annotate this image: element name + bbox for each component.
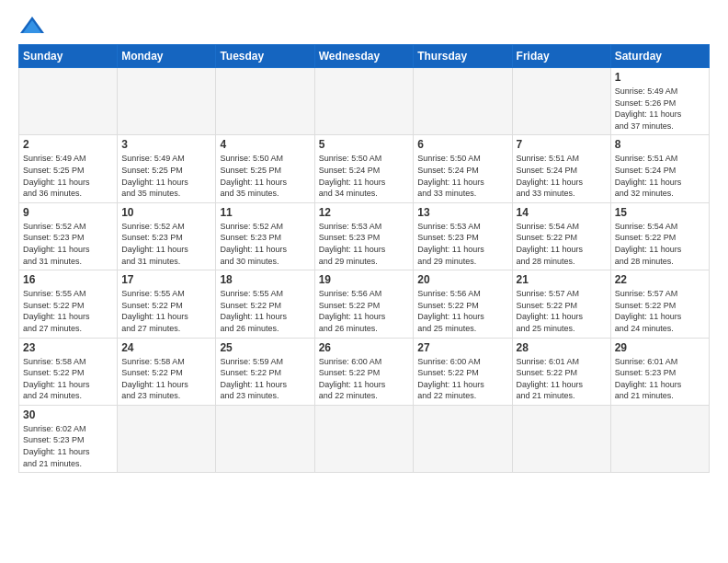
day-info: Sunrise: 5:57 AM Sunset: 5:22 PM Dayligh… (517, 288, 607, 334)
day-cell: 13Sunrise: 5:53 AM Sunset: 5:23 PM Dayli… (414, 202, 512, 270)
day-header-wednesday: Wednesday (314, 45, 414, 68)
day-number: 21 (517, 273, 607, 286)
day-cell: 2Sunrise: 5:49 AM Sunset: 5:25 PM Daylig… (19, 135, 118, 202)
day-number: 29 (615, 341, 705, 354)
day-cell: 27Sunrise: 6:00 AM Sunset: 5:22 PM Dayli… (414, 338, 512, 405)
day-header-saturday: Saturday (610, 45, 709, 68)
day-info: Sunrise: 6:01 AM Sunset: 5:23 PM Dayligh… (615, 356, 705, 402)
day-number: 4 (220, 138, 310, 151)
day-cell (314, 68, 414, 135)
day-cell: 6Sunrise: 5:50 AM Sunset: 5:24 PM Daylig… (414, 135, 512, 202)
week-row-1: 2Sunrise: 5:49 AM Sunset: 5:25 PM Daylig… (19, 135, 710, 202)
week-row-4: 23Sunrise: 5:58 AM Sunset: 5:22 PM Dayli… (19, 338, 710, 405)
day-cell: 22Sunrise: 5:57 AM Sunset: 5:22 PM Dayli… (610, 270, 709, 338)
day-cell (512, 405, 610, 472)
day-info: Sunrise: 6:00 AM Sunset: 5:22 PM Dayligh… (319, 356, 410, 402)
logo-icon (18, 15, 46, 37)
day-number: 3 (121, 138, 211, 151)
day-number: 16 (23, 273, 113, 286)
day-cell: 8Sunrise: 5:51 AM Sunset: 5:24 PM Daylig… (610, 135, 709, 202)
day-number: 26 (319, 341, 410, 354)
day-cell: 20Sunrise: 5:56 AM Sunset: 5:22 PM Dayli… (414, 270, 512, 338)
day-cell (216, 405, 314, 472)
day-info: Sunrise: 5:52 AM Sunset: 5:23 PM Dayligh… (220, 221, 310, 267)
day-number: 23 (23, 341, 113, 354)
day-info: Sunrise: 5:51 AM Sunset: 5:24 PM Dayligh… (517, 153, 607, 199)
day-number: 7 (517, 138, 607, 151)
day-info: Sunrise: 5:54 AM Sunset: 5:22 PM Dayligh… (615, 221, 705, 267)
day-cell: 9Sunrise: 5:52 AM Sunset: 5:23 PM Daylig… (19, 202, 118, 270)
day-cell: 18Sunrise: 5:55 AM Sunset: 5:22 PM Dayli… (216, 270, 314, 338)
day-cell: 10Sunrise: 5:52 AM Sunset: 5:23 PM Dayli… (118, 202, 216, 270)
day-cell: 24Sunrise: 5:58 AM Sunset: 5:22 PM Dayli… (118, 338, 216, 405)
day-number: 11 (220, 206, 310, 219)
day-cell: 17Sunrise: 5:55 AM Sunset: 5:22 PM Dayli… (118, 270, 216, 338)
day-cell: 3Sunrise: 5:49 AM Sunset: 5:25 PM Daylig… (118, 135, 216, 202)
day-number: 12 (319, 206, 410, 219)
day-cell: 29Sunrise: 6:01 AM Sunset: 5:23 PM Dayli… (610, 338, 709, 405)
day-number: 30 (23, 408, 113, 421)
day-cell (512, 68, 610, 135)
day-info: Sunrise: 5:49 AM Sunset: 5:26 PM Dayligh… (615, 86, 705, 132)
day-cell (414, 405, 512, 472)
calendar: SundayMondayTuesdayWednesdayThursdayFrid… (18, 44, 710, 473)
week-row-2: 9Sunrise: 5:52 AM Sunset: 5:23 PM Daylig… (19, 202, 710, 270)
day-info: Sunrise: 6:02 AM Sunset: 5:23 PM Dayligh… (23, 423, 113, 469)
day-cell (118, 405, 216, 472)
day-number: 6 (417, 138, 507, 151)
day-number: 10 (121, 206, 211, 219)
day-number: 20 (417, 273, 507, 286)
day-cell (314, 405, 414, 472)
week-row-3: 16Sunrise: 5:55 AM Sunset: 5:22 PM Dayli… (19, 270, 710, 338)
day-info: Sunrise: 5:49 AM Sunset: 5:25 PM Dayligh… (23, 153, 113, 199)
week-row-0: 1Sunrise: 5:49 AM Sunset: 5:26 PM Daylig… (19, 68, 710, 135)
day-info: Sunrise: 5:59 AM Sunset: 5:22 PM Dayligh… (220, 356, 310, 402)
day-number: 2 (23, 138, 113, 151)
day-info: Sunrise: 5:55 AM Sunset: 5:22 PM Dayligh… (220, 288, 310, 334)
day-cell: 16Sunrise: 5:55 AM Sunset: 5:22 PM Dayli… (19, 270, 118, 338)
day-cell: 15Sunrise: 5:54 AM Sunset: 5:22 PM Dayli… (610, 202, 709, 270)
day-info: Sunrise: 5:57 AM Sunset: 5:22 PM Dayligh… (615, 288, 705, 334)
day-number: 24 (121, 341, 211, 354)
day-cell (216, 68, 314, 135)
day-cell: 21Sunrise: 5:57 AM Sunset: 5:22 PM Dayli… (512, 270, 610, 338)
day-number: 18 (220, 273, 310, 286)
day-info: Sunrise: 5:58 AM Sunset: 5:22 PM Dayligh… (23, 356, 113, 402)
day-cell: 7Sunrise: 5:51 AM Sunset: 5:24 PM Daylig… (512, 135, 610, 202)
day-info: Sunrise: 6:01 AM Sunset: 5:22 PM Dayligh… (517, 356, 607, 402)
logo (18, 15, 50, 37)
day-number: 15 (615, 206, 705, 219)
day-info: Sunrise: 5:56 AM Sunset: 5:22 PM Dayligh… (417, 288, 507, 334)
day-info: Sunrise: 5:58 AM Sunset: 5:22 PM Dayligh… (121, 356, 211, 402)
day-number: 8 (615, 138, 705, 151)
day-info: Sunrise: 5:50 AM Sunset: 5:25 PM Dayligh… (220, 153, 310, 199)
day-number: 27 (417, 341, 507, 354)
day-info: Sunrise: 5:56 AM Sunset: 5:22 PM Dayligh… (319, 288, 410, 334)
day-info: Sunrise: 5:49 AM Sunset: 5:25 PM Dayligh… (121, 153, 211, 199)
day-number: 17 (121, 273, 211, 286)
day-header-thursday: Thursday (414, 45, 512, 68)
day-cell (19, 68, 118, 135)
day-number: 19 (319, 273, 410, 286)
header-row: SundayMondayTuesdayWednesdayThursdayFrid… (19, 45, 710, 68)
day-cell: 25Sunrise: 5:59 AM Sunset: 5:22 PM Dayli… (216, 338, 314, 405)
day-number: 14 (517, 206, 607, 219)
page: SundayMondayTuesdayWednesdayThursdayFrid… (0, 0, 728, 482)
day-header-tuesday: Tuesday (216, 45, 314, 68)
day-number: 13 (417, 206, 507, 219)
day-info: Sunrise: 5:53 AM Sunset: 5:23 PM Dayligh… (417, 221, 507, 267)
day-cell: 4Sunrise: 5:50 AM Sunset: 5:25 PM Daylig… (216, 135, 314, 202)
day-info: Sunrise: 5:50 AM Sunset: 5:24 PM Dayligh… (417, 153, 507, 199)
day-cell: 12Sunrise: 5:53 AM Sunset: 5:23 PM Dayli… (314, 202, 414, 270)
day-header-friday: Friday (512, 45, 610, 68)
day-info: Sunrise: 5:54 AM Sunset: 5:22 PM Dayligh… (517, 221, 607, 267)
day-info: Sunrise: 5:55 AM Sunset: 5:22 PM Dayligh… (121, 288, 211, 334)
day-number: 22 (615, 273, 705, 286)
day-number: 25 (220, 341, 310, 354)
day-info: Sunrise: 5:52 AM Sunset: 5:23 PM Dayligh… (23, 221, 113, 267)
header (18, 15, 710, 37)
day-cell (118, 68, 216, 135)
day-cell: 1Sunrise: 5:49 AM Sunset: 5:26 PM Daylig… (610, 68, 709, 135)
day-info: Sunrise: 5:53 AM Sunset: 5:23 PM Dayligh… (319, 221, 410, 267)
day-number: 9 (23, 206, 113, 219)
